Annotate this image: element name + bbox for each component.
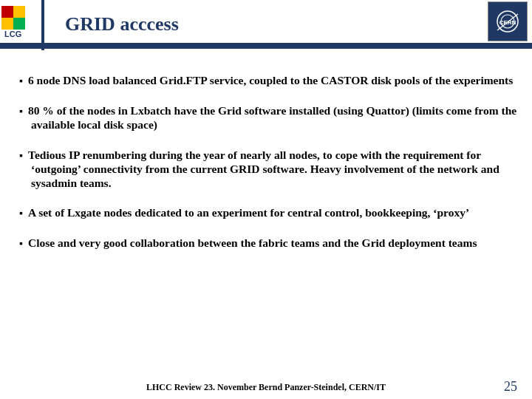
- bullet-item: Close and very good collaboration betwee…: [19, 236, 526, 250]
- page-number: 25: [504, 379, 517, 395]
- header: LCG GRID acccess CERN: [0, 0, 532, 47]
- svg-text:CERN: CERN: [499, 19, 516, 26]
- footer-text: LHCC Review 23. November Bernd Panzer-St…: [0, 382, 532, 393]
- cern-logo-icon: CERN: [488, 1, 528, 41]
- page-title: GRID acccess: [65, 13, 179, 35]
- lcg-logo-icon: [1, 6, 38, 30]
- bullet-item: A set of Lxgate nodes dedicated to an ex…: [19, 206, 526, 220]
- horizontal-divider: [0, 43, 532, 49]
- bullet-item: 80 % of the nodes in Lxbatch have the Gr…: [19, 104, 526, 132]
- slide-content: 6 node DNS load balanced Grid.FTP servic…: [19, 74, 526, 267]
- bullet-item: 6 node DNS load balanced Grid.FTP servic…: [19, 74, 526, 88]
- lcg-logo-text: LCG: [4, 30, 21, 38]
- bullet-item: Tedious IP renumbering during the year o…: [19, 149, 526, 191]
